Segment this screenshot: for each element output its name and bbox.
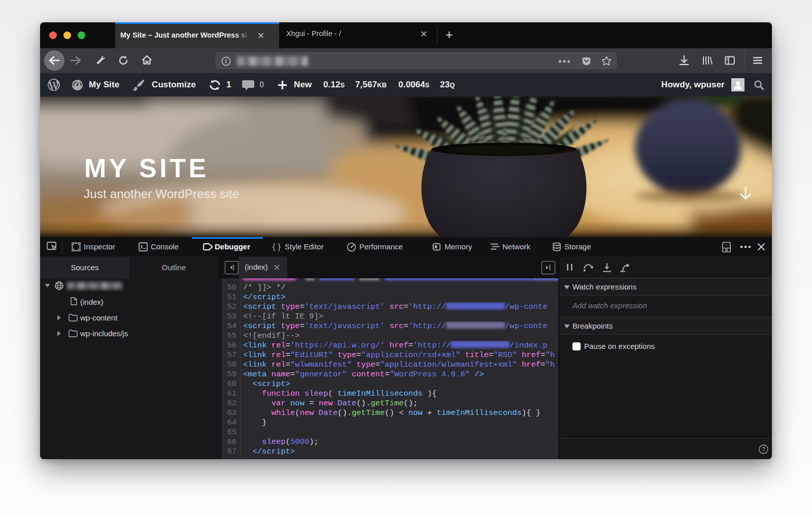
svg-text:?: ? <box>762 446 765 453</box>
